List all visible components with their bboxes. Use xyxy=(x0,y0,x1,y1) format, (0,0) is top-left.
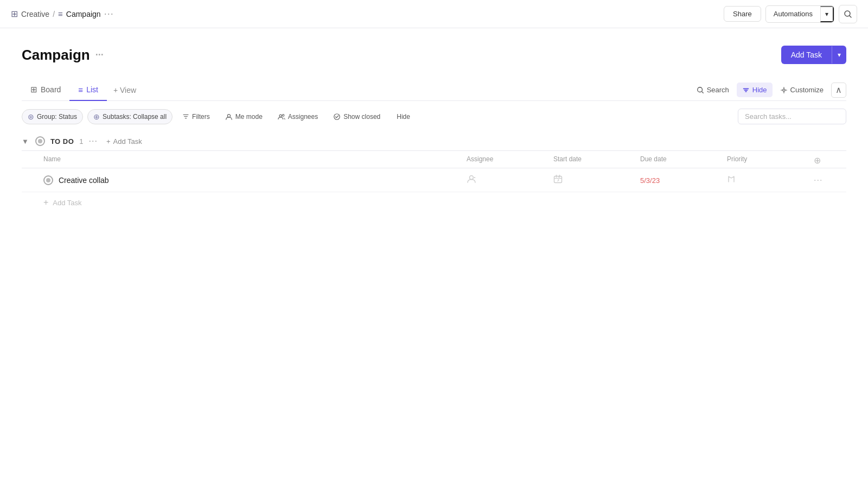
column-headers: Name Assignee Start date Due date Priori… xyxy=(22,151,846,168)
automations-button[interactable]: Automations ▾ xyxy=(765,5,834,23)
add-task-plus-icon: + xyxy=(43,198,48,207)
svg-line-1 xyxy=(850,16,851,17)
assignees-icon xyxy=(278,113,285,121)
assignees-button[interactable]: Assignees xyxy=(272,110,323,123)
breadcrumb: ⊞ Creative / ≡ Campaign ··· xyxy=(11,8,114,20)
add-task-row[interactable]: + Add Task xyxy=(22,192,846,213)
section-add-task-button[interactable]: + Add Task xyxy=(106,137,142,146)
page-title-more[interactable]: ··· xyxy=(95,49,104,61)
assignees-label: Assignees xyxy=(288,113,318,121)
customize-icon xyxy=(780,86,788,94)
me-mode-button[interactable]: Me mode xyxy=(220,110,268,123)
col-header-priority: Priority xyxy=(727,155,814,166)
section-label: TO DO xyxy=(50,137,74,146)
add-task-label: Add Task xyxy=(53,199,81,207)
show-closed-label: Show closed xyxy=(343,113,380,121)
toolbar-right xyxy=(738,109,846,124)
top-nav: ⊞ Creative / ≡ Campaign ··· Share Automa… xyxy=(0,0,868,28)
task-priority-icon[interactable] xyxy=(727,175,736,186)
subtasks-label: Subtasks: Collapse all xyxy=(103,113,167,121)
top-nav-actions: Share Automations ▾ xyxy=(724,5,857,23)
task-name-cell: Creative collab xyxy=(43,175,467,185)
task-priority-cell xyxy=(727,174,814,186)
tab-board-label: Board xyxy=(41,85,61,94)
section-status-dot xyxy=(35,136,45,146)
task-due-date-cell: 5/3/23 xyxy=(640,176,727,185)
task-start-date-cell xyxy=(553,174,640,186)
hide-button[interactable]: Hide xyxy=(390,110,417,123)
hide-tab-label: Hide xyxy=(752,86,767,94)
col-header-name: Name xyxy=(43,155,467,166)
task-due-date[interactable]: 5/3/23 xyxy=(640,176,660,185)
search-tasks-input[interactable] xyxy=(738,109,846,124)
group-icon: ⊛ xyxy=(28,112,34,121)
board-icon: ⊞ xyxy=(30,85,37,94)
task-list-section: ▼ TO DO 1 ··· + Add Task Name Assignee S… xyxy=(22,132,846,213)
show-closed-button[interactable]: Show closed xyxy=(328,110,386,123)
page-title-text: Campaign xyxy=(22,47,90,64)
customize-tab-button[interactable]: Customize xyxy=(775,83,829,97)
section-collapse-icon[interactable]: ▼ xyxy=(22,137,29,146)
section-add-plus-icon: + xyxy=(106,137,111,146)
task-status-circle[interactable] xyxy=(43,175,53,185)
tab-list-label: List xyxy=(86,85,98,94)
search-tab-label: Search xyxy=(707,86,729,94)
automations-label[interactable]: Automations xyxy=(766,7,820,21)
svg-line-3 xyxy=(701,91,703,93)
me-mode-icon xyxy=(225,113,233,121)
tabs-right: Search Hide Customize ∧ xyxy=(691,83,846,98)
collapse-button[interactable]: ∧ xyxy=(831,83,846,98)
hide-tab-button[interactable]: Hide xyxy=(737,83,773,97)
campaign-breadcrumb: ≡ Campaign xyxy=(58,9,101,18)
tab-board[interactable]: ⊞ Board xyxy=(22,79,69,101)
table-row: Creative collab xyxy=(22,168,846,192)
task-status-inner xyxy=(46,178,50,182)
task-assignee-icon[interactable] xyxy=(467,175,476,186)
section-more-icon[interactable]: ··· xyxy=(89,136,98,146)
tabs-row: ⊞ Board ≡ List + View Search xyxy=(22,79,846,101)
hide-label: Hide xyxy=(397,113,410,121)
svg-point-7 xyxy=(782,89,784,91)
svg-point-12 xyxy=(279,115,282,117)
search-tab-icon xyxy=(697,86,704,94)
svg-point-11 xyxy=(227,114,230,117)
me-mode-label: Me mode xyxy=(235,113,263,121)
filters-button[interactable]: Filters xyxy=(177,110,215,123)
hide-icon xyxy=(742,86,750,94)
page-title-row: Campaign ··· Add Task ▾ xyxy=(22,46,846,64)
nav-search-button[interactable] xyxy=(839,5,857,23)
section-header-todo: ▼ TO DO 1 ··· + Add Task xyxy=(22,132,846,151)
page-title: Campaign ··· xyxy=(22,47,104,64)
tab-add-label: + View xyxy=(113,86,136,94)
breadcrumb-more-icon[interactable]: ··· xyxy=(104,8,114,20)
task-more-cell: ··· xyxy=(814,175,846,185)
search-tab-button[interactable]: Search xyxy=(691,83,735,97)
group-status-chip[interactable]: ⊛ Group: Status xyxy=(22,109,83,124)
collapse-icon: ∧ xyxy=(835,85,842,95)
tab-list[interactable]: ≡ List xyxy=(69,80,107,101)
creative-label[interactable]: Creative xyxy=(21,10,49,18)
svg-point-15 xyxy=(470,176,474,180)
task-start-date-icon[interactable] xyxy=(553,175,563,186)
list-icon: ≡ xyxy=(78,85,83,94)
task-more-icon[interactable]: ··· xyxy=(814,175,822,185)
section-count: 1 xyxy=(79,137,83,146)
col-header-add[interactable]: ⊕ xyxy=(814,155,846,166)
campaign-label[interactable]: Campaign xyxy=(66,10,101,18)
svg-rect-6 xyxy=(745,91,747,92)
filter-icon xyxy=(182,113,189,120)
tab-add-view[interactable]: + View xyxy=(107,80,143,100)
subtasks-chip[interactable]: ⊕ Subtasks: Collapse all xyxy=(87,109,173,124)
add-task-caret[interactable]: ▾ xyxy=(832,46,846,64)
col-header-start-date: Start date xyxy=(553,155,640,166)
customize-tab-label: Customize xyxy=(790,86,824,94)
task-name[interactable]: Creative collab xyxy=(59,176,109,185)
svg-point-14 xyxy=(334,113,340,119)
automations-caret[interactable]: ▾ xyxy=(820,6,834,22)
share-button[interactable]: Share xyxy=(724,6,761,22)
add-task-label[interactable]: Add Task xyxy=(781,46,832,64)
search-icon xyxy=(844,10,852,18)
toolbar-row: ⊛ Group: Status ⊕ Subtasks: Collapse all… xyxy=(22,101,846,132)
add-task-button[interactable]: Add Task ▾ xyxy=(781,46,846,64)
subtasks-icon: ⊕ xyxy=(93,112,100,121)
